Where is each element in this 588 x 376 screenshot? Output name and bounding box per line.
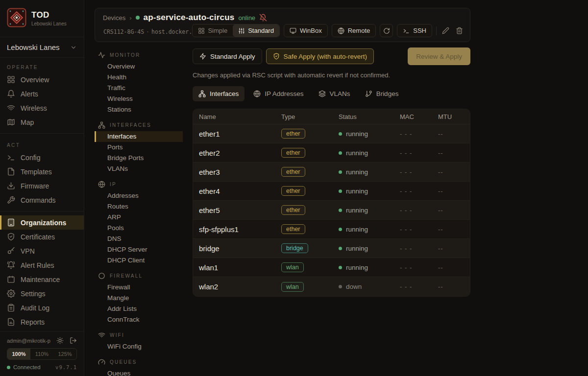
refresh-button[interactable] — [380, 24, 393, 37]
clipboard-icon — [7, 304, 15, 312]
sun-icon — [56, 337, 64, 344]
sidebar-item-vpn[interactable]: VPN — [0, 244, 84, 258]
nav-item-routes[interactable]: Routes — [95, 201, 183, 212]
theme-toggle-button[interactable] — [56, 337, 64, 344]
table-row-ether2[interactable]: ether2 ether running - - - -- — [193, 143, 470, 163]
nav-item-pools[interactable]: Pools — [95, 223, 183, 234]
standard-apply-button[interactable]: Standard Apply — [193, 48, 262, 64]
sidebar-item-alert-rules[interactable]: Alert Rules — [0, 258, 84, 272]
tab-interfaces[interactable]: Interfaces — [193, 86, 245, 101]
safe-apply-button[interactable]: Safe Apply (with auto-revert) — [266, 48, 374, 64]
table-row-ether4[interactable]: ether4 ether running - - - -- — [193, 182, 470, 201]
org-selector[interactable]: Lebowski Lanes — [0, 37, 84, 58]
nav-item-queues[interactable]: Queues — [95, 368, 183, 376]
main-content: Standard Apply Safe Apply (with auto-rev… — [193, 47, 470, 297]
sidebar-item-certificates[interactable]: Certificates — [0, 230, 84, 244]
table-row-ether1[interactable]: ether1 ether running - - - -- — [193, 124, 470, 143]
status-cell: down — [339, 283, 400, 290]
ui-zoom-control: 100% 110% 125% — [7, 348, 77, 360]
sidebar-item-templates[interactable]: Templates — [0, 164, 84, 179]
sidebar-item-reports[interactable]: Reports — [0, 315, 84, 329]
nav-item-interfaces[interactable]: Interfaces — [95, 131, 183, 142]
table-row-bridge[interactable]: bridge bridge running - - - -- — [193, 239, 470, 258]
nav-item-bridge-ports[interactable]: Bridge Ports — [95, 153, 183, 164]
sidebar-item-organizations[interactable]: Organizations — [0, 215, 84, 230]
mode-standard-button[interactable]: Standard — [233, 24, 279, 37]
app-title: TOD — [31, 10, 67, 20]
nav-item-dhcp-server[interactable]: DHCP Server — [95, 244, 183, 255]
section-label-act: ACT — [0, 138, 84, 150]
col-status: Status — [339, 113, 400, 120]
bell-ring-icon — [7, 261, 15, 269]
sidebar-item-config[interactable]: Config — [0, 150, 84, 164]
status-dot — [339, 170, 342, 174]
nav-item-mangle[interactable]: Mangle — [95, 293, 183, 304]
chevron-down-icon — [70, 44, 77, 51]
zoom-option-100[interactable]: 100% — [7, 349, 30, 359]
status-cell: running — [339, 245, 400, 252]
table-row-sfp-sfpplus1[interactable]: sfp-sfpplus1 ether running - - - -- — [193, 220, 470, 239]
table-row-ether5[interactable]: ether5 ether running - - - -- — [193, 201, 470, 220]
status-cell: running — [339, 264, 400, 271]
winbox-button[interactable]: WinBox — [284, 24, 328, 37]
mode-simple-button[interactable]: Simple — [193, 24, 233, 37]
zoom-option-110[interactable]: 110% — [30, 349, 53, 359]
nav-item-vlans[interactable]: VLANs — [95, 164, 183, 174]
nav-item-monitor-overview[interactable]: Overview — [95, 61, 183, 72]
nav-group-firewall: FIREWALL — [95, 266, 183, 282]
table-row-wlan1[interactable]: wlan1 wlan running - - - -- — [193, 258, 470, 277]
table-row-ether3[interactable]: ether3 ether running - - - -- — [193, 163, 470, 182]
activity-icon — [98, 51, 105, 59]
tab-bridges[interactable]: Bridges — [359, 86, 405, 101]
tab-ip-addresses[interactable]: IP Addresses — [247, 86, 309, 101]
app-subtitle: Lebowski Lanes — [31, 21, 67, 26]
sidebar-item-settings[interactable]: Settings — [0, 286, 84, 301]
sidebar-item-audit-log[interactable]: Audit Log — [0, 301, 84, 315]
table-body: ether1 ether running - - - -- ether2 eth… — [193, 124, 470, 296]
nav-item-conntrack[interactable]: ConnTrack — [95, 314, 183, 325]
nav-item-dhcp-client[interactable]: DHCP Client — [95, 255, 183, 266]
zoom-option-125[interactable]: 125% — [53, 349, 76, 359]
terminal-icon — [7, 153, 15, 162]
nav-group-monitor: MONITOR — [95, 45, 183, 61]
nav-item-ports[interactable]: Ports — [95, 142, 183, 153]
nav-item-wireless[interactable]: Wireless — [95, 94, 183, 104]
type-badge: wlan — [281, 282, 304, 292]
nav-item-stations[interactable]: Stations — [95, 104, 183, 115]
breadcrumb-devices-link[interactable]: Devices — [103, 14, 125, 22]
review-apply-button[interactable]: Review & Apply — [408, 47, 470, 65]
remote-button[interactable]: Remote — [332, 24, 376, 37]
sidebar-item-maintenance[interactable]: Maintenance — [0, 272, 84, 286]
sidebar-item-alerts[interactable]: Alerts — [0, 87, 84, 101]
delete-device-button[interactable] — [454, 26, 464, 36]
nav-item-health[interactable]: Health — [95, 72, 183, 83]
table-row-wlan2[interactable]: wlan2 wlan down - - - -- — [193, 277, 470, 296]
nav-item-addr-lists[interactable]: Addr Lists — [95, 304, 183, 314]
type-badge: ether — [281, 224, 305, 234]
section-label-operate: OPERATE — [0, 60, 84, 72]
wifi-icon — [98, 331, 105, 339]
sidebar-item-firmware[interactable]: Firmware — [0, 179, 84, 193]
nav-item-addresses[interactable]: Addresses — [95, 190, 183, 201]
nav-item-dns[interactable]: DNS — [95, 234, 183, 244]
device-online-dot — [136, 16, 140, 20]
sidebar: TOD Lebowski Lanes Lebowski Lanes OPERAT… — [0, 0, 84, 376]
tab-vlans[interactable]: VLANs — [313, 86, 356, 101]
nav-item-traffic[interactable]: Traffic — [95, 83, 183, 94]
sidebar-item-map[interactable]: Map — [0, 115, 84, 129]
sidebar-item-wireless[interactable]: Wireless — [0, 101, 84, 115]
bell-off-icon[interactable] — [259, 14, 267, 22]
logout-icon — [70, 337, 77, 344]
breadcrumb: Devices › ap-service-auto-circus online — [103, 13, 267, 23]
nav-item-wifi-config[interactable]: WiFi Config — [95, 341, 183, 352]
nav-item-arp[interactable]: ARP — [95, 212, 183, 223]
ssh-button[interactable]: SSH — [397, 24, 432, 37]
sidebar-item-overview[interactable]: Overview — [0, 72, 84, 87]
status-cell: running — [339, 207, 400, 214]
edit-device-button[interactable] — [441, 26, 450, 36]
logout-button[interactable] — [70, 337, 77, 344]
network-icon — [98, 121, 105, 129]
col-name: Name — [199, 113, 281, 120]
nav-item-firewall[interactable]: Firewall — [95, 282, 183, 293]
sidebar-item-commands[interactable]: Commands — [0, 193, 84, 207]
